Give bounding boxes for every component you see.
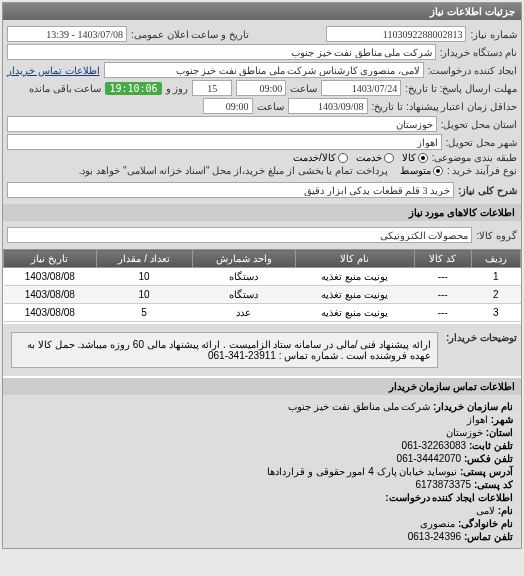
countdown-timer: 19:10:06 bbox=[105, 82, 161, 95]
validity-time-field[interactable] bbox=[203, 98, 253, 114]
panel-header: جزئیات اطلاعات نیاز bbox=[3, 3, 521, 20]
delivery-province-label: استان محل تحویل: bbox=[441, 119, 517, 130]
cell-row: 2 bbox=[471, 286, 520, 304]
purchase-type-label: نوع فرآیند خرید : bbox=[447, 165, 517, 176]
request-creator-label: ایجاد کننده درخواست: bbox=[428, 65, 517, 76]
buyer-desc-label: توضیحات خریدار: bbox=[446, 328, 517, 343]
contact-phone: 32263083-061 bbox=[402, 440, 467, 451]
contact-address-label: آدرس پستی: bbox=[460, 466, 513, 477]
contact-postal: 6173873375 bbox=[415, 479, 471, 490]
package-radio-group: کالاخدمتکالا/خدمت bbox=[293, 152, 428, 163]
th-qty[interactable]: تعداد / مقدار bbox=[96, 250, 192, 268]
radio-label: کالا bbox=[402, 152, 416, 163]
contact-section: نام سازمان خریدار: شرکت ملی مناطق نفت خی… bbox=[3, 395, 521, 548]
contact-creator-phone: 24396-0613 bbox=[408, 531, 461, 542]
request-number-field[interactable] bbox=[326, 26, 466, 42]
cell-row: 3 bbox=[471, 304, 520, 322]
need-title-label: شرح کلی نیاز: bbox=[458, 185, 517, 196]
request-creator-field[interactable] bbox=[104, 62, 424, 78]
table-row[interactable]: 3---یونیت منبع تغذیهعدد51403/08/08 bbox=[4, 304, 521, 322]
main-panel: جزئیات اطلاعات نیاز شماره نیاز: تاریخ و … bbox=[2, 2, 522, 549]
request-number-label: شماره نیاز: bbox=[470, 29, 517, 40]
contact-address: نیوساید خیابان پارک 4 امور حقوقی و قرارد… bbox=[267, 466, 457, 477]
th-date[interactable]: تاریخ نیاز bbox=[4, 250, 97, 268]
contact-name: لامی bbox=[476, 505, 495, 516]
cell-name: یونیت منبع تغذیه bbox=[295, 304, 414, 322]
cell-row: 1 bbox=[471, 268, 520, 286]
cell-unit: دستگاه bbox=[192, 286, 295, 304]
contact-section-title: اطلاعات تماس سازمان خریدار bbox=[3, 378, 521, 395]
cell-code: --- bbox=[414, 304, 471, 322]
purchase-option[interactable]: متوسط bbox=[400, 165, 443, 176]
buyer-org-field[interactable] bbox=[7, 44, 436, 60]
contact-family-label: نام خانوادگی: bbox=[458, 518, 513, 529]
cell-date: 1403/08/08 bbox=[4, 304, 97, 322]
radio-icon[interactable] bbox=[433, 166, 443, 176]
cell-qty: 5 bbox=[96, 304, 192, 322]
deadline-date-field[interactable] bbox=[321, 80, 401, 96]
delivery-city-label: شهر محل تحویل: bbox=[446, 137, 517, 148]
goods-table: ردیف کد کالا نام کالا واحد شمارش تعداد /… bbox=[3, 249, 521, 322]
contact-fax: 34442070-061 bbox=[397, 453, 462, 464]
cell-qty: 10 bbox=[96, 286, 192, 304]
cell-code: --- bbox=[414, 286, 471, 304]
cell-code: --- bbox=[414, 268, 471, 286]
validity-label: حداقل زمان اعتبار پیشنهاد: تا تاریخ: bbox=[372, 101, 517, 112]
radio-icon[interactable] bbox=[418, 153, 428, 163]
cell-name: یونیت منبع تغذیه bbox=[295, 268, 414, 286]
cell-unit: عدد bbox=[192, 304, 295, 322]
th-unit[interactable]: واحد شمارش bbox=[192, 250, 295, 268]
contact-name-label: نام: bbox=[498, 505, 513, 516]
deadline-time-field[interactable] bbox=[236, 80, 286, 96]
time-label-2: ساعت bbox=[257, 101, 284, 112]
cell-unit: دستگاه bbox=[192, 268, 295, 286]
table-row[interactable]: 2---یونیت منبع تغذیهدستگاه101403/08/08 bbox=[4, 286, 521, 304]
cell-date: 1403/08/08 bbox=[4, 286, 97, 304]
contact-family: منصوری bbox=[420, 518, 455, 529]
cell-date: 1403/08/08 bbox=[4, 268, 97, 286]
announce-datetime-field[interactable] bbox=[7, 26, 127, 42]
buyer-desc-box: ارائه پیشنهاد فنی /مالی در سامانه ستاد ا… bbox=[11, 332, 438, 368]
package-option[interactable]: کالا bbox=[402, 152, 428, 163]
contact-postal-label: کد پستی: bbox=[474, 479, 513, 490]
th-code[interactable]: کد کالا bbox=[414, 250, 471, 268]
need-title-field[interactable] bbox=[7, 182, 454, 198]
purchase-radio-group: متوسط bbox=[400, 165, 443, 176]
table-row[interactable]: 1---یونیت منبع تغذیهدستگاه101403/08/08 bbox=[4, 268, 521, 286]
buyer-contact-link[interactable]: اطلاعات تماس خریدار bbox=[7, 65, 100, 76]
contact-org-label: نام سازمان خریدار: bbox=[433, 401, 513, 412]
th-row[interactable]: ردیف bbox=[471, 250, 520, 268]
package-option[interactable]: خدمت bbox=[356, 152, 394, 163]
time-label-1: ساعت bbox=[290, 83, 317, 94]
radio-icon[interactable] bbox=[338, 153, 348, 163]
remaining-suffix: ساعت باقی مانده bbox=[29, 83, 102, 94]
th-name[interactable]: نام کالا bbox=[295, 250, 414, 268]
days-and-label: روز و bbox=[166, 83, 189, 94]
form-area: شماره نیاز: تاریخ و ساعت اعلان عمومی: نا… bbox=[3, 20, 521, 204]
contact-phone-label: تلفن ثابت: bbox=[469, 440, 513, 451]
cell-qty: 10 bbox=[96, 268, 192, 286]
validity-date-field[interactable] bbox=[288, 98, 368, 114]
goods-group-label: گروه کالا: bbox=[476, 230, 517, 241]
contact-org: شرکت ملی مناطق نفت خیز جنوب bbox=[288, 401, 430, 412]
delivery-city-field[interactable] bbox=[7, 134, 442, 150]
radio-label: خدمت bbox=[356, 152, 382, 163]
radio-label: کالا/خدمت bbox=[293, 152, 336, 163]
remaining-days-field bbox=[192, 80, 232, 96]
deadline-label: مهلت ارسال پاسخ: تا تاریخ: bbox=[405, 83, 517, 94]
contact-province: خوزستان bbox=[446, 427, 483, 438]
delivery-province-field[interactable] bbox=[7, 116, 437, 132]
contact-creator-phone-label: تلفن تماس: bbox=[464, 531, 513, 542]
radio-label: متوسط bbox=[400, 165, 431, 176]
cell-name: یونیت منبع تغذیه bbox=[295, 286, 414, 304]
contact-province-label: استان: bbox=[486, 427, 513, 438]
contact-city-label: شهر: bbox=[491, 414, 513, 425]
buyer-org-label: نام دستگاه خریدار: bbox=[440, 47, 517, 58]
package-option[interactable]: کالا/خدمت bbox=[293, 152, 348, 163]
creator-subsection: اطلاعات ایجاد کننده درخواست: bbox=[11, 492, 513, 503]
goods-group-field[interactable] bbox=[7, 227, 472, 243]
announce-datetime-label: تاریخ و ساعت اعلان عمومی: bbox=[131, 29, 249, 40]
radio-icon[interactable] bbox=[384, 153, 394, 163]
purchase-note: پرداخت تمام یا بخشی از مبلغ خرید،از محل … bbox=[79, 165, 388, 176]
contact-fax-label: تلفن فکس: bbox=[464, 453, 513, 464]
